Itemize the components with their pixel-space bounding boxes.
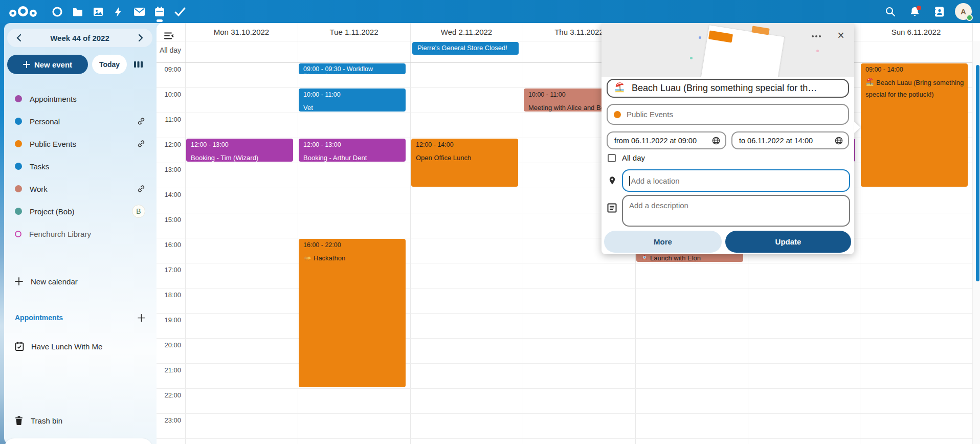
trash-icon [15, 416, 23, 425]
next-week-button[interactable] [134, 31, 147, 45]
shared-badge: B [132, 205, 145, 218]
start-datetime-value: from 06.11.2022 at 09:00 [614, 137, 697, 145]
event[interactable]: 16:00 - 22:00Hackathon [299, 239, 406, 387]
popup-close-button[interactable]: × [833, 27, 849, 43]
scrollbar-thumb[interactable] [976, 65, 979, 281]
check-icon [174, 6, 186, 17]
sidebar-calendar-personal[interactable]: Personal [4, 110, 157, 132]
new-calendar-button[interactable]: New calendar [4, 270, 157, 293]
sidebar: Week 44 of 2022 New event Today Appointm [4, 23, 157, 444]
event-time: 16:00 - 22:00 [303, 241, 404, 249]
calendar-color-dot[interactable] [15, 208, 22, 215]
location-input[interactable]: Add a location [622, 169, 850, 192]
time-label: 11:00 [157, 116, 181, 123]
notifications-button[interactable] [906, 3, 923, 20]
lightning-icon [114, 6, 124, 17]
week-label: Week 44 of 2022 [50, 34, 109, 42]
app-circles[interactable] [47, 0, 68, 23]
avatar[interactable]: A [955, 3, 972, 20]
calendar-color-dot[interactable] [15, 185, 22, 192]
update-button[interactable]: Update [725, 231, 851, 253]
event-title-input[interactable]: Beach Luau (Bring something special for … [607, 79, 849, 98]
popup-more-actions-button[interactable] [809, 30, 824, 42]
event[interactable]: 12:00 - 14:00Open Office Lunch [411, 139, 518, 187]
grid-hour-line [157, 263, 972, 263]
calendar-check-icon [15, 342, 24, 351]
all-day-label: All day [160, 46, 181, 54]
search-button[interactable] [881, 3, 899, 20]
beach-emoji-icon [865, 78, 874, 90]
trash-bin-button[interactable]: Trash bin [4, 409, 157, 432]
app-photos[interactable] [88, 0, 108, 23]
all-day-event[interactable]: Pierre's General Store Closed! [412, 42, 519, 55]
columns-view-icon [134, 60, 143, 69]
calendar-select[interactable]: Public Events [607, 104, 849, 125]
event[interactable]: 09:00 - 14:00Beach Luau (Bring something… [861, 63, 968, 187]
shared-link-icon [137, 185, 145, 193]
event-title: Hackathon [303, 253, 404, 265]
event-title: Booking - Tim (Wizard) [191, 153, 291, 162]
new-event-button[interactable]: New event [7, 55, 88, 74]
event-title: Vet [303, 103, 404, 112]
nextcloud-logo-icon [7, 3, 39, 20]
today-button[interactable]: Today [92, 55, 127, 74]
grid-column-line [860, 23, 860, 444]
start-datetime-picker[interactable]: from 06.11.2022 at 09:00 [607, 131, 726, 149]
app-activity[interactable] [108, 0, 129, 23]
time-label: 20:00 [157, 341, 181, 349]
add-appointment-config-button[interactable] [138, 314, 145, 322]
collapse-sidebar-button[interactable] [164, 32, 174, 42]
previous-week-button[interactable] [12, 31, 26, 45]
event[interactable]: 09:00 - 09:30 - Workflow Discussion [299, 63, 406, 74]
sidebar-calendar-public-events[interactable]: Public Events [4, 132, 157, 155]
event-editor-popup: × Beach Luau (Bring something special fo… [602, 23, 854, 254]
grid-hour-line [157, 313, 972, 314]
collapse-menu-icon [164, 32, 174, 40]
app-mail[interactable] [129, 0, 149, 23]
event-title: Open Office Lunch [416, 153, 516, 163]
sidebar-calendar-project-bob-[interactable]: Project (Bob)B [4, 200, 157, 223]
event[interactable]: 12:00 - 13:00Booking - Tim (Wizard) [186, 139, 293, 162]
event-title: Beach Luau (Bring something special for … [865, 78, 966, 100]
calendar-color-dot[interactable] [15, 140, 22, 147]
grid-column-line [523, 23, 523, 444]
sidebar-calendar-appointments[interactable]: Appointments [4, 87, 157, 110]
grid-hour-line [157, 363, 972, 364]
app-window: A Week 44 of 2022 New event Today [0, 0, 980, 444]
calendar-color-dot[interactable] [15, 163, 22, 170]
week-navigation: Week 44 of 2022 [7, 29, 152, 47]
contacts-book-icon [933, 6, 945, 17]
sidebar-calendar-work[interactable]: Work [4, 177, 157, 200]
avatar-letter: A [961, 7, 966, 16]
calendar-icon [154, 6, 165, 17]
beach-emoji-icon [614, 82, 625, 95]
all-day-checkbox[interactable]: All day [608, 153, 645, 162]
app-files[interactable] [68, 0, 88, 23]
more-button[interactable]: More [604, 231, 722, 253]
illustration-dot [816, 50, 819, 52]
event-time: 12:00 - 13:00 [191, 141, 291, 148]
end-datetime-picker[interactable]: to 06.11.2022 at 14:00 [731, 131, 849, 149]
event[interactable]: 10:00 - 11:00Vet [299, 88, 406, 112]
event[interactable]: 12:00 - 13:00Booking - Arthur Dent [299, 139, 406, 162]
trash-bin-label: Trash bin [31, 416, 62, 425]
calendar-color-dot[interactable] [15, 95, 22, 102]
contacts-button[interactable] [930, 3, 948, 20]
calendar-color-dot[interactable] [15, 118, 22, 125]
calendar-settings-button[interactable]: Calendar settings [4, 438, 152, 444]
shared-link-icon [137, 140, 145, 148]
plus-icon [138, 314, 145, 322]
app-calendar[interactable] [149, 0, 170, 23]
day-header: Tue 1.11.2022 [298, 23, 410, 41]
description-input[interactable]: Add a description [622, 195, 850, 227]
scrollbar[interactable] [972, 41, 980, 444]
appointment-item[interactable]: Have Lunch With Me [4, 335, 157, 358]
view-mode-button[interactable] [134, 60, 143, 69]
calendar-color-dot[interactable] [15, 231, 21, 237]
sidebar-calendar-fenchurch-library[interactable]: Fenchurch Library [4, 223, 157, 245]
app-tasks[interactable] [170, 0, 190, 23]
circle-icon [52, 6, 63, 17]
sidebar-calendar-tasks[interactable]: Tasks [4, 155, 157, 177]
folder-icon [72, 6, 83, 17]
nextcloud-logo[interactable] [6, 0, 40, 23]
